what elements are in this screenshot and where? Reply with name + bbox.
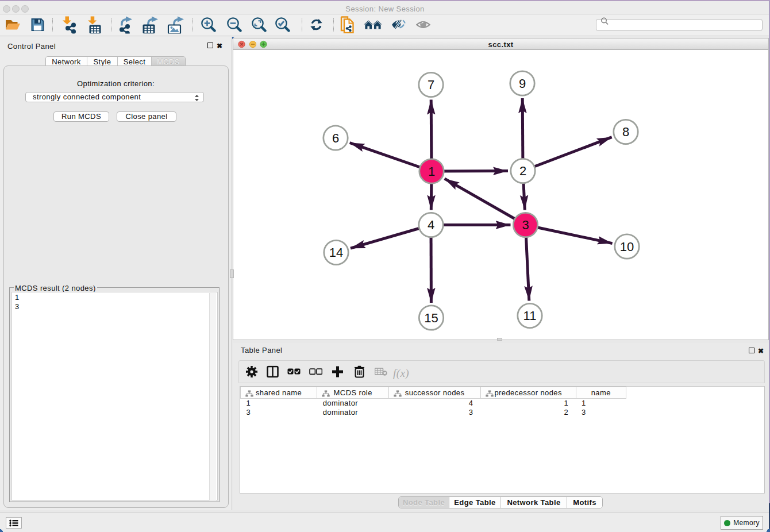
svg-text:4: 4 <box>428 218 434 232</box>
svg-text:10: 10 <box>620 240 634 254</box>
svg-text:9: 9 <box>519 76 526 91</box>
svg-text:7: 7 <box>428 78 434 92</box>
svg-text:11: 11 <box>523 309 537 323</box>
svg-text:8: 8 <box>622 125 629 139</box>
svg-text:1: 1 <box>428 164 435 179</box>
svg-text:6: 6 <box>332 131 339 145</box>
svg-text:3: 3 <box>522 218 529 232</box>
svg-text:15: 15 <box>424 311 438 325</box>
svg-text:2: 2 <box>519 164 526 178</box>
svg-text:14: 14 <box>329 245 343 260</box>
